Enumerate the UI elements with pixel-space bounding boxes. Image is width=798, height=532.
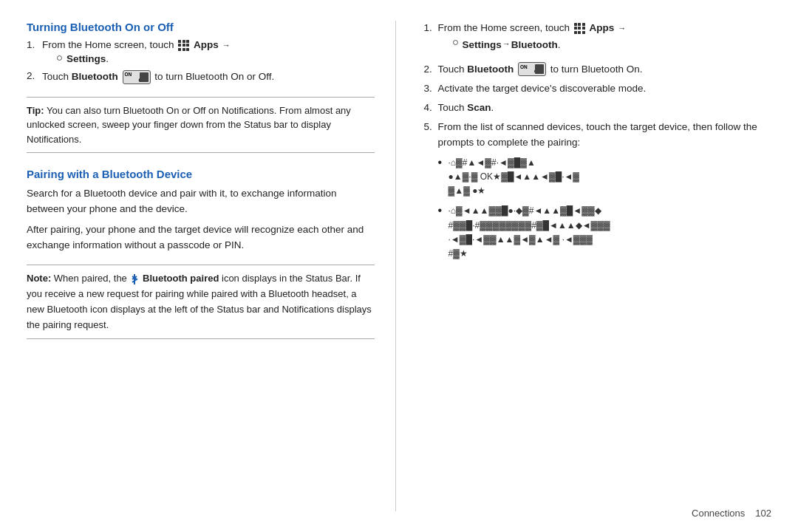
right-step-2-content: Touch Bluetooth ON OFF to turn Bluetooth… <box>438 62 643 77</box>
bullet-circle <box>57 55 62 61</box>
toggle-on-label-r: ON <box>520 64 528 71</box>
toggle-on-label: ON <box>125 72 132 77</box>
step-2: 2. Touch Bluetooth ON OFF to turn Blueto… <box>27 70 375 84</box>
bluetooth-toggle: ON OFF <box>123 70 151 84</box>
pairing-section: Pairing with a Bluetooth Device Search f… <box>27 168 375 259</box>
right-bullet-circle <box>453 40 458 45</box>
right-step-num-2: 2. <box>424 62 436 77</box>
apps-icon <box>178 40 189 51</box>
step-1: 1. From the Home screen, touch Apps → Se… <box>27 39 375 66</box>
right-step-num-5: 5. <box>424 120 436 134</box>
note-box: Note: When paired, the Bluetooth paired … <box>27 265 375 339</box>
bullet-dot-1: • <box>438 155 444 169</box>
section1-title: Turning Bluetooth On or Off <box>27 21 375 33</box>
footer: Connections 102 <box>692 508 771 519</box>
bluetooth-paired-icon <box>130 274 139 284</box>
bullet-item-2: • ·⌂▓◄▲▲▓▓█●·◆▓#◄▲▲▓█◄▓▓◆ #▓▓█·#▓▓▓▓▓▓▓▓… <box>438 204 772 261</box>
right-step-1: 1. From the Home screen, touch Apps → Se… <box>424 21 772 58</box>
para1: Search for a Bluetooth device and pair w… <box>27 186 375 217</box>
right-step-4-content: Touch Scan. <box>438 100 494 115</box>
right-step-5: 5. From the list of scanned devices, tou… <box>424 120 772 267</box>
step-1-content: From the Home screen, touch Apps → Setti… <box>42 39 231 66</box>
right-step-1-content: From the Home screen, touch Apps → Setti… <box>438 21 627 58</box>
left-column: Turning Bluetooth On or Off 1. From the … <box>27 21 396 511</box>
right-step-num-3: 3. <box>424 81 436 96</box>
right-steps-list: 1. From the Home screen, touch Apps → Se… <box>424 21 772 271</box>
bluetooth-toggle-right: ON OFF <box>518 62 546 76</box>
bullet-dot-2: • <box>438 203 444 217</box>
sub-item-settings: Settings. <box>57 53 231 64</box>
section2-title: Pairing with a Bluetooth Device <box>27 168 375 180</box>
right-step-num-4: 4. <box>424 100 436 115</box>
right-step-2: 2. Touch Bluetooth ON OFF to turn Blueto… <box>424 62 772 77</box>
right-sub-list-1: Settings → Bluetooth. <box>453 38 627 52</box>
right-step-num-1: 1. <box>424 21 436 35</box>
steps-list-1: 1. From the Home screen, touch Apps → Se… <box>27 39 375 88</box>
apps-icon-right <box>574 23 585 34</box>
right-column: 1. From the Home screen, touch Apps → Se… <box>418 21 772 511</box>
footer-page: 102 <box>755 508 771 519</box>
right-step-5-content: From the list of scanned devices, touch … <box>438 120 772 267</box>
page-container: Turning Bluetooth On or Off 1. From the … <box>0 0 798 532</box>
right-step-3: 3. Activate the target device's discover… <box>424 81 772 96</box>
tip-box: Tip: You can also turn Bluetooth On or O… <box>27 97 375 154</box>
toggle-slider-r <box>535 64 544 74</box>
bullet2-text: ·⌂▓◄▲▲▓▓█●·◆▓#◄▲▲▓█◄▓▓◆ #▓▓█·#▓▓▓▓▓▓▓▓#▓… <box>449 204 610 261</box>
right-step-4: 4. Touch Scan. <box>424 100 772 115</box>
footer-label: Connections <box>692 508 745 519</box>
bullet-item-1: • ·⌂▓#▲◄▓#·◄▓█▓▲ ●▲▓·▓ OK★▓█◄▲▲◄▓█·◄▓ ▓▲… <box>438 156 772 199</box>
step-2-content: Touch Bluetooth ON OFF to turn Bluetooth… <box>42 70 274 84</box>
step-num-1: 1. <box>27 39 40 50</box>
para2: After pairing, your phone and the target… <box>27 222 375 253</box>
toggle-slider <box>140 72 149 82</box>
right-sub-item-settings: Settings → Bluetooth. <box>453 38 627 52</box>
bullet-list: • ·⌂▓#▲◄▓#·◄▓█▓▲ ●▲▓·▓ OK★▓█◄▲▲◄▓█·◄▓ ▓▲… <box>438 156 772 261</box>
step-num-2: 2. <box>27 70 40 81</box>
bullet1-text: ·⌂▓#▲◄▓#·◄▓█▓▲ ●▲▓·▓ OK★▓█◄▲▲◄▓█·◄▓ ▓▲▓ … <box>449 156 580 199</box>
sub-list-1: Settings. <box>57 53 231 64</box>
